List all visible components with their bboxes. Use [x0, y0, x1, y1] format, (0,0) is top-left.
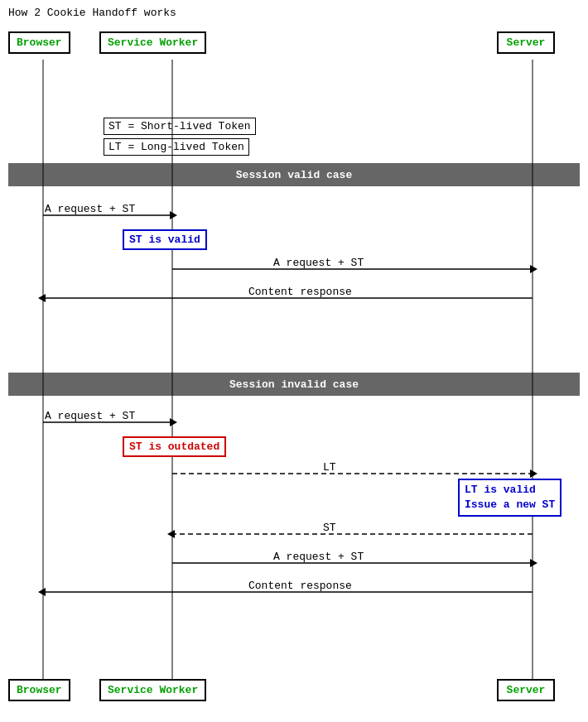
section-invalid: Session invalid case — [8, 373, 580, 396]
note-lt-valid: LT is valid Issue a new ST — [458, 479, 561, 517]
label-invalid-resp: Content response — [248, 580, 352, 592]
def-lt: LT = Long-lived Token — [104, 138, 249, 156]
svg-marker-14 — [167, 530, 175, 538]
actor-browser-top: Browser — [8, 31, 70, 54]
diagram-title: How 2 Cookie Handoff works — [8, 7, 176, 19]
section-valid: Session valid case — [8, 163, 580, 186]
label-valid-resp: Content response — [248, 286, 352, 298]
svg-marker-4 — [170, 211, 177, 219]
actor-server-top: Server — [497, 31, 555, 54]
svg-marker-12 — [530, 469, 537, 478]
svg-marker-16 — [530, 559, 537, 567]
actor-sw-top: Service Worker — [99, 31, 206, 54]
label-valid-req2: A request + ST — [273, 257, 364, 269]
svg-marker-10 — [170, 418, 177, 426]
label-st: ST — [323, 522, 336, 534]
arrows-svg — [0, 0, 588, 722]
label-valid-req1: A request + ST — [45, 203, 135, 215]
svg-marker-8 — [38, 294, 46, 302]
diagram: How 2 Cookie Handoff works Browser Servi… — [0, 0, 588, 722]
actor-browser-bottom: Browser — [8, 679, 70, 701]
svg-marker-6 — [530, 265, 537, 273]
note-st-valid: ST is valid — [123, 229, 207, 250]
svg-marker-18 — [38, 588, 46, 596]
label-invalid-req2: A request + ST — [273, 551, 364, 563]
label-lt: LT — [323, 461, 336, 474]
actor-sw-bottom: Service Worker — [99, 679, 206, 701]
def-st: ST = Short-lived Token — [104, 118, 256, 135]
label-invalid-req1: A request + ST — [45, 410, 135, 422]
note-st-outdated: ST is outdated — [123, 436, 226, 457]
actor-server-bottom: Server — [497, 679, 555, 701]
